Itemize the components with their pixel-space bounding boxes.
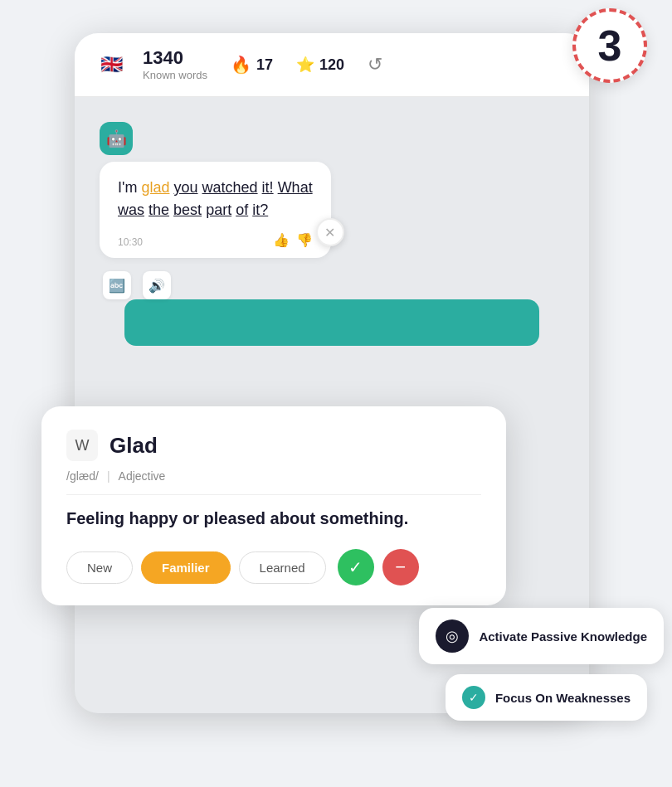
word-title: Glad [110,433,158,459]
passive-knowledge-card[interactable]: ◎ Activate Passive Knowledge [419,608,664,664]
minus-button[interactable]: − [382,549,419,585]
badge-number: 3 [598,21,622,70]
flag-icon: 🇬🇧 [95,48,128,81]
word-definition: Feeling happy or pleased about something… [66,507,481,531]
bot-avatar: 🤖 [100,122,133,155]
star-icon: ⭐ [296,56,314,74]
highlighted-word-glad[interactable]: glad [141,179,169,196]
main-container: 3 🇬🇧 1340 Known words 🔥 17 ⭐ 120 ↺ [0,0,672,787]
stars-number: 120 [319,56,344,74]
translate-button[interactable]: 🔤 [103,271,131,299]
word-buttons-row: New Familier Learned ✓ − [66,549,481,585]
focus-icon: ✓ [462,686,485,709]
chat-input-area[interactable] [124,299,539,346]
part-of-speech: Adjective [119,469,166,483]
history-button[interactable]: ↺ [368,54,382,75]
known-words-block: 1340 Known words [143,48,207,80]
chat-footer: 🔤 🔊 [100,271,564,299]
check-button[interactable]: ✓ [338,549,374,585]
passive-icon: ◎ [436,619,469,653]
chat-timestamp: 10:30 [118,236,143,248]
stars-stat: ⭐ 120 [296,56,344,74]
thumbdown-button[interactable]: 👎 [296,232,313,248]
number-badge: 3 [572,8,647,83]
focus-label: Focus On Weaknesses [495,691,631,705]
known-words-label: Known words [143,69,207,81]
chat-action-buttons: 👍 👎 [273,232,313,248]
focus-weaknesses-card[interactable]: ✓ Focus On Weaknesses [446,674,647,721]
thumbup-button[interactable]: 👍 [273,232,290,248]
passive-label: Activate Passive Knowledge [479,629,647,644]
word-popup-header: W Glad [66,430,481,461]
close-button[interactable]: ✕ [316,218,344,246]
word-meta: /glæd/ | Adjective [66,469,481,495]
chat-area: 🤖 I'm glad you watched it! What was the … [75,97,589,379]
chat-message: I'm glad you watched it! What was the be… [118,177,313,221]
phonetic: /glæd/ [66,469,99,483]
fire-icon: 🔥 [231,55,251,75]
familier-button[interactable]: Familier [141,551,231,584]
streak-number: 17 [256,56,273,74]
chat-bubble: I'm glad you watched it! What was the be… [100,162,331,258]
word-popup: W Glad /glæd/ | Adjective Feeling happy … [41,406,506,605]
word-icon: W [66,430,98,461]
learned-button[interactable]: Learned [239,551,326,584]
new-button[interactable]: New [66,551,133,584]
streak-stat: 🔥 17 [231,55,273,75]
audio-button[interactable]: 🔊 [143,271,171,299]
known-words-number: 1340 [143,48,207,68]
header-bar: 🇬🇧 1340 Known words 🔥 17 ⭐ 120 ↺ [75,33,589,97]
